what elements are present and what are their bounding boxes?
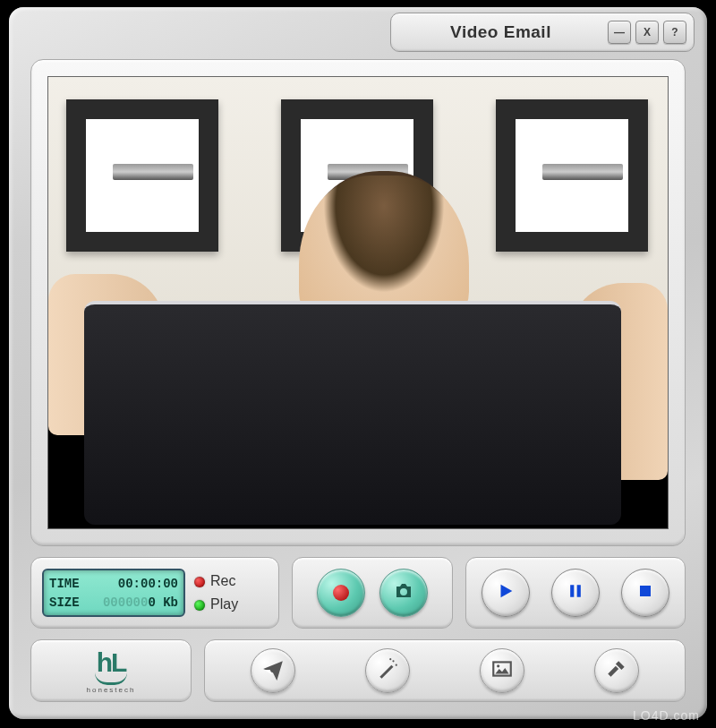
record-panel: [292, 557, 453, 629]
hammer-icon: [605, 657, 628, 684]
video-preview: [47, 76, 669, 529]
picture-button[interactable]: [480, 648, 524, 693]
svg-point-1: [392, 660, 394, 662]
time-value: 00:00:00: [118, 577, 178, 591]
send-icon: [261, 657, 285, 684]
status-panel: TIME 00:00:00 SIZE 0000000 Kb Rec Play: [30, 557, 279, 629]
pause-button[interactable]: [551, 569, 600, 617]
logo-panel: hL honestech: [30, 639, 192, 702]
rec-indicator: Rec: [194, 573, 238, 589]
watermark: LO4D.com: [633, 708, 700, 723]
video-frame: [30, 59, 686, 546]
playback-panel: [465, 557, 686, 629]
size-value: 0000000 Kb: [103, 595, 178, 610]
camera-icon: [393, 580, 414, 605]
picture-icon: [490, 657, 514, 684]
send-button[interactable]: [251, 648, 295, 693]
minimize-icon: —: [614, 26, 625, 39]
svg-point-3: [389, 658, 391, 660]
wand-icon: [376, 657, 399, 684]
titlebar: Video Email — X ?: [390, 13, 695, 52]
play-icon: [496, 581, 516, 604]
logo-subtext: honestech: [87, 686, 136, 694]
stop-button[interactable]: [621, 569, 669, 617]
time-label: TIME: [49, 577, 80, 591]
app-window: Video Email — X ? TIME: [9, 7, 707, 719]
close-button[interactable]: X: [635, 21, 659, 44]
scene-device: [84, 301, 621, 525]
svg-point-2: [396, 664, 397, 666]
effects-button[interactable]: [365, 648, 410, 693]
lcd-size-row: SIZE 0000000 Kb: [49, 595, 178, 610]
pause-icon: [567, 582, 584, 604]
window-title: Video Email: [398, 22, 603, 42]
stop-icon: [637, 583, 653, 603]
svg-point-5: [497, 664, 499, 667]
scene-picture-frame: [66, 99, 218, 252]
record-button[interactable]: [317, 569, 365, 617]
record-icon: [333, 585, 349, 601]
lcd-display: TIME 00:00:00 SIZE 0000000 Kb: [42, 569, 185, 617]
tools-panel: [204, 639, 686, 702]
minimize-button[interactable]: —: [608, 21, 631, 44]
scene-picture-frame: [496, 99, 648, 252]
camera-button[interactable]: [379, 569, 428, 617]
rec-led-icon: [194, 577, 205, 587]
help-icon: ?: [671, 26, 678, 39]
play-led-icon: [194, 600, 205, 611]
size-label: SIZE: [49, 595, 80, 610]
svg-rect-0: [640, 586, 651, 596]
logo-arc-icon: [95, 672, 127, 685]
play-indicator: Play: [194, 596, 238, 612]
rec-play-indicators: Rec Play: [194, 573, 238, 612]
help-button[interactable]: ?: [663, 21, 686, 44]
settings-button[interactable]: [594, 648, 639, 693]
controls-row: TIME 00:00:00 SIZE 0000000 Kb Rec Play: [30, 557, 686, 629]
bottom-row: hL honestech: [30, 639, 686, 702]
play-button[interactable]: [482, 569, 530, 617]
close-icon: X: [644, 26, 651, 39]
lcd-time-row: TIME 00:00:00: [49, 577, 178, 591]
